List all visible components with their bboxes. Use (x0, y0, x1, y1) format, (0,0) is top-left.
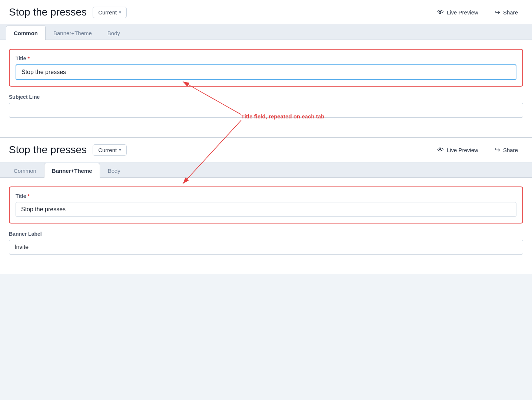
chevron-down-icon: ▾ (119, 10, 121, 15)
bottom-panel-content: Title * Banner Label (0, 178, 532, 274)
bottom-banner-label-section: Banner Label (9, 231, 523, 255)
bottom-live-preview-button[interactable]: 👁 Live Preview (432, 144, 483, 156)
eye-icon: 👁 (437, 9, 444, 16)
page-title: Stop the presses (9, 6, 87, 18)
top-title-input[interactable] (16, 64, 516, 80)
top-subject-input[interactable] (9, 103, 523, 118)
tab-body-bottom[interactable]: Body (100, 163, 128, 178)
bottom-version-label: Current (98, 147, 117, 153)
bottom-page-title: Stop the presses (9, 144, 87, 156)
bottom-eye-icon: 👁 (437, 146, 444, 154)
share-label: Share (503, 9, 518, 16)
top-title-section: Title * (9, 49, 523, 87)
bottom-title-section: Title * (9, 186, 523, 223)
bottom-banner-label: Banner Label (9, 231, 523, 237)
bottom-banner-input[interactable] (9, 240, 523, 255)
bottom-title-input[interactable] (16, 202, 516, 217)
tab-banner-theme-top[interactable]: Banner+Theme (46, 25, 100, 40)
top-panel-content: Title * Subject Line (0, 40, 532, 137)
tab-common-bottom[interactable]: Common (6, 163, 44, 178)
bottom-share-label: Share (503, 147, 518, 153)
version-dropdown[interactable]: Current ▾ (93, 7, 127, 18)
top-panel-header: Stop the presses Current ▾ 👁 Live Previe… (0, 0, 532, 25)
share-icon: ↪ (495, 8, 500, 16)
live-preview-label: Live Preview (447, 9, 478, 16)
share-button[interactable]: ↪ Share (489, 6, 523, 19)
tab-body-top[interactable]: Body (100, 25, 128, 40)
required-star: * (28, 56, 30, 61)
bottom-tabs-bar: Common Banner+Theme Body (0, 162, 532, 178)
top-title-label: Title * (16, 56, 516, 61)
tab-common-top[interactable]: Common (6, 25, 46, 40)
bottom-title-label: Title * (16, 193, 516, 199)
version-label: Current (98, 9, 117, 16)
bottom-chevron-down-icon: ▾ (119, 147, 121, 152)
bottom-panel: Stop the presses Current ▾ 👁 Live Previe… (0, 138, 532, 274)
top-subject-line-section: Subject Line (9, 94, 523, 118)
bottom-share-button[interactable]: ↪ Share (489, 144, 523, 156)
bottom-share-icon: ↪ (495, 146, 500, 154)
top-panel: Stop the presses Current ▾ 👁 Live Previe… (0, 0, 532, 138)
tab-banner-theme-bottom[interactable]: Banner+Theme (44, 163, 100, 178)
bottom-version-dropdown[interactable]: Current ▾ (93, 144, 127, 156)
bottom-live-preview-label: Live Preview (447, 147, 478, 153)
top-subject-label: Subject Line (9, 94, 523, 100)
top-tabs-bar: Common Banner+Theme Body (0, 25, 532, 40)
page-wrapper: Stop the presses Current ▾ 👁 Live Previe… (0, 0, 532, 274)
bottom-panel-header: Stop the presses Current ▾ 👁 Live Previe… (0, 138, 532, 162)
bottom-required-star: * (28, 193, 30, 199)
live-preview-button[interactable]: 👁 Live Preview (432, 6, 483, 19)
